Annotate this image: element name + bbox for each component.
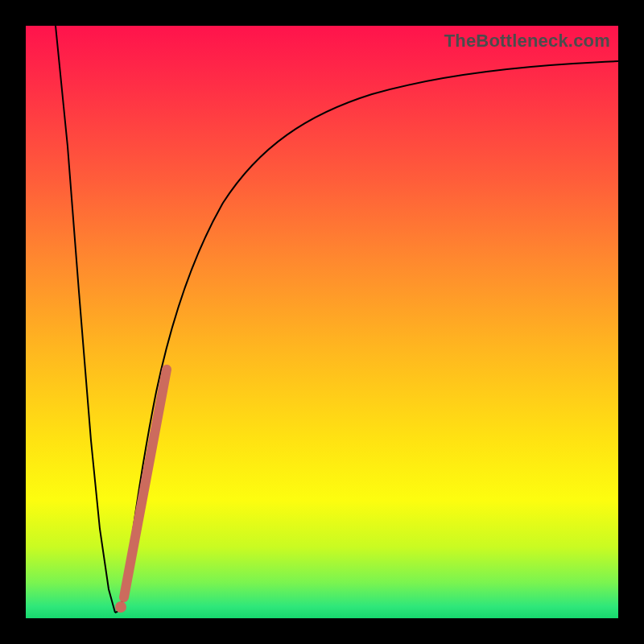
highlight-segment [124,369,167,597]
curve-right [115,61,618,613]
chart-frame: TheBottleneck.com [0,0,644,644]
curve-left [56,26,115,613]
plot-area: TheBottleneck.com [26,26,618,618]
chart-svg [26,26,618,618]
highlight-dot [115,601,126,613]
